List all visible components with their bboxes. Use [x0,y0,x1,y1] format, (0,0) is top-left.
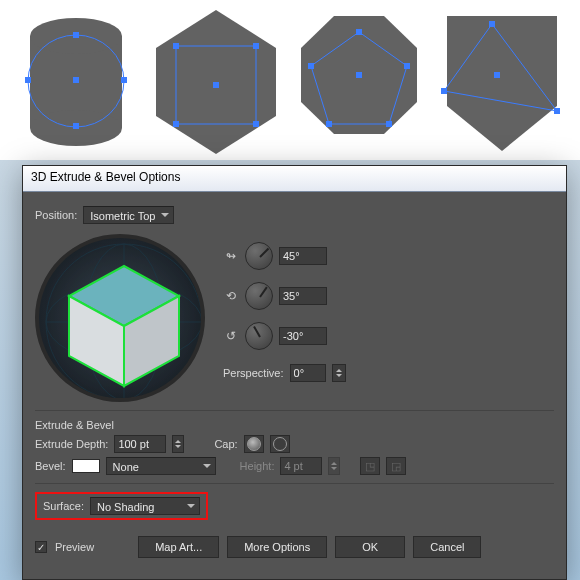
svg-rect-6 [121,77,127,83]
ok-button[interactable]: OK [335,536,405,558]
svg-rect-5 [25,77,31,83]
rot-y-field[interactable] [279,287,327,305]
rot-z-knob[interactable] [245,322,273,350]
height-field [280,457,322,475]
svg-rect-15 [253,121,259,127]
svg-rect-14 [173,121,179,127]
svg-rect-12 [173,43,179,49]
cap-on-button[interactable] [244,435,264,453]
cap-label: Cap: [214,438,237,450]
extrude-section-title: Extrude & Bevel [35,419,554,431]
cap-off-button[interactable] [270,435,290,453]
svg-rect-27 [489,21,495,27]
shape-hex-square [146,6,286,156]
position-label: Position: [35,209,77,221]
map-art-button[interactable]: Map Art... [138,536,219,558]
dialog-title: 3D Extrude & Bevel Options [23,166,566,192]
svg-rect-4 [73,77,79,83]
svg-rect-26 [494,72,500,78]
svg-rect-7 [73,32,79,38]
svg-rect-8 [73,123,79,129]
preview-checkbox[interactable]: ✓ [35,541,47,553]
surface-dropdown[interactable]: No Shading [90,497,200,515]
bevel-dropdown[interactable]: None [106,457,216,475]
rot-x-field[interactable] [279,247,327,265]
svg-rect-11 [213,82,219,88]
bevel-out-button: ◲ [386,457,406,475]
more-options-button[interactable]: More Options [227,536,327,558]
shape-pent-triangle [432,6,572,156]
preview-label: Preview [55,541,94,553]
perspective-stepper[interactable] [332,364,346,382]
svg-marker-24 [447,16,557,151]
rotation-controls: ↬ ⟲ ↺ Perspective: [223,238,346,386]
svg-rect-13 [253,43,259,49]
surface-label: Surface: [43,500,84,512]
bevel-in-button: ◳ [360,457,380,475]
svg-rect-21 [386,121,392,127]
canvas-shapes [0,6,580,156]
cancel-button[interactable]: Cancel [413,536,481,558]
perspective-field[interactable] [290,364,326,382]
perspective-label: Perspective: [223,367,284,379]
height-stepper [328,457,340,475]
rot-x-knob[interactable] [245,242,273,270]
svg-rect-23 [308,63,314,69]
rot-y-knob[interactable] [245,282,273,310]
svg-rect-22 [326,121,332,127]
separator [35,410,554,411]
extrude-depth-field[interactable] [114,435,166,453]
separator-2 [35,483,554,484]
extrude-depth-stepper[interactable] [172,435,184,453]
height-label: Height: [240,460,275,472]
extrude-bevel-dialog: 3D Extrude & Bevel Options Position: Iso… [22,165,567,580]
shape-oct-pentagon [289,6,429,156]
rot-z-field[interactable] [279,327,327,345]
orientation-preview[interactable] [35,234,205,402]
bevel-label: Bevel: [35,460,66,472]
bevel-swatch[interactable] [72,459,100,473]
extrude-depth-label: Extrude Depth: [35,438,108,450]
surface-callout: Surface: No Shading [35,492,208,520]
svg-rect-29 [441,88,447,94]
axis-z-icon: ↺ [223,329,239,343]
svg-rect-20 [404,63,410,69]
axis-y-icon: ⟲ [223,289,239,303]
axis-x-icon: ↬ [223,249,239,263]
svg-rect-28 [554,108,560,114]
svg-rect-18 [356,72,362,78]
shape-cylinder [8,6,143,156]
svg-rect-19 [356,29,362,35]
position-dropdown[interactable]: Isometric Top [83,206,174,224]
